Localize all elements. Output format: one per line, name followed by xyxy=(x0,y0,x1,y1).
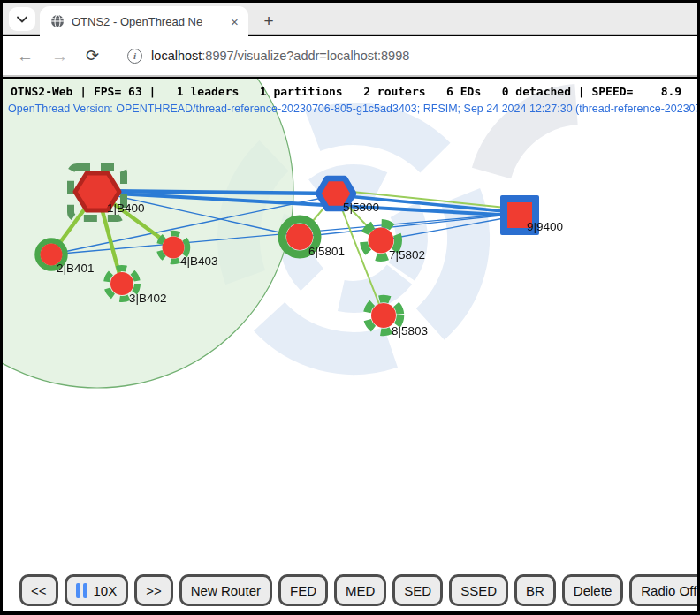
address-bar: ← → ⟳ i localhost:8997/visualize?addr=lo… xyxy=(3,36,697,77)
tab-search-button[interactable] xyxy=(9,7,35,31)
chevron-down-icon xyxy=(17,16,27,23)
sed-button[interactable]: SED xyxy=(392,574,443,606)
page-info-icon[interactable]: i xyxy=(127,49,142,64)
tab-close-icon[interactable]: × xyxy=(227,13,242,30)
node-label: 7|5802 xyxy=(389,248,425,262)
speed-down-button[interactable]: << xyxy=(19,574,58,606)
tab-strip: OTNS2 - OpenThread Ne × + xyxy=(3,3,697,35)
pause-icon xyxy=(76,583,88,598)
new-router-button[interactable]: New Router xyxy=(179,574,272,606)
status-line: OTNS2-Web | FPS= 63 | 1 leaders 1 partit… xyxy=(11,85,681,98)
fed-button[interactable]: FED xyxy=(278,574,328,606)
node-label: 3|B402 xyxy=(129,292,167,305)
browser-window: OTNS2 - OpenThread Ne × + ← → ⟳ i localh… xyxy=(0,0,700,615)
node-label: 6|5801 xyxy=(308,245,345,258)
simulation-toolbar: << 10X >> New Router FED MED SED SSED BR… xyxy=(19,574,697,606)
node-label: 4|B403 xyxy=(180,254,218,268)
speed-up-button[interactable]: >> xyxy=(134,574,173,606)
url-path: :8997/visualize?addr=localhost:8998 xyxy=(202,49,409,63)
delete-button[interactable]: Delete xyxy=(562,574,623,606)
url-text[interactable]: localhost:8997/visualize?addr=localhost:… xyxy=(151,49,409,63)
browser-tab[interactable]: OTNS2 - OpenThread Ne × xyxy=(40,6,248,36)
globe-icon xyxy=(50,14,65,28)
node-label: 9|9400 xyxy=(527,220,563,233)
radio-range-circle xyxy=(3,79,293,388)
node-label: 1|B400 xyxy=(107,201,145,215)
node-label: 2|B401 xyxy=(57,262,95,275)
node-label: 8|5803 xyxy=(392,324,428,338)
forward-icon[interactable]: → xyxy=(42,48,77,65)
back-icon[interactable]: ← xyxy=(8,48,42,65)
pause-speed-button[interactable]: 10X xyxy=(65,574,129,606)
node-label: 5|5800 xyxy=(343,201,379,214)
simulation-canvas[interactable]: 1|B400 2|B401 3|B402 4|B403 5|5800 6|580… xyxy=(3,79,697,611)
network-graph xyxy=(3,79,697,611)
url-host: localhost xyxy=(151,49,202,63)
version-line: OpenThread Version: OPENTHREAD/thread-re… xyxy=(8,102,697,115)
ssed-button[interactable]: SSED xyxy=(449,574,508,606)
radio-off-button[interactable]: Radio Off xyxy=(629,574,697,606)
new-tab-button[interactable]: + xyxy=(257,9,280,32)
reload-icon[interactable]: ⟳ xyxy=(77,48,108,64)
br-button[interactable]: BR xyxy=(514,574,556,606)
tab-title: OTNS2 - OpenThread Ne xyxy=(72,15,222,28)
med-button[interactable]: MED xyxy=(334,574,386,606)
